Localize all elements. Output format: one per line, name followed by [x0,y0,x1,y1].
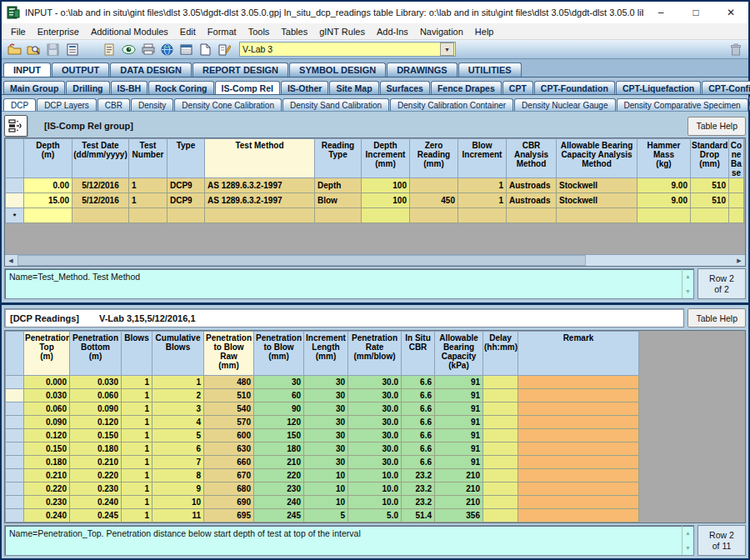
cell[interactable]: 10.0 [348,469,402,482]
cell[interactable]: Austroads [507,178,557,193]
tab-data-design[interactable]: DATA DESIGN [110,62,192,77]
cell[interactable]: 10 [304,482,348,496]
cell[interactable] [168,208,205,223]
cell[interactable]: 240 [254,496,304,509]
cell[interactable]: 680 [204,482,254,496]
save-icon[interactable] [43,41,62,58]
column-header-in-situ[interactable]: In Situ CBR [402,332,435,376]
cell[interactable]: 210 [435,469,483,482]
cell[interactable]: 1 [122,482,152,496]
column-header-penetration[interactable]: Penetration Bottom (m) [70,332,122,376]
column-header-type[interactable]: Type [168,139,205,178]
cell[interactable] [72,208,129,223]
column-header-penetration[interactable]: Penetration to Blow (mm) [254,332,304,376]
cell[interactable]: 6.6 [402,389,435,402]
row-selector[interactable] [6,482,24,496]
sub-tab-density[interactable]: Density [131,98,173,111]
cell[interactable] [729,193,744,208]
cell[interactable] [458,208,507,223]
cell[interactable]: 0.120 [24,429,70,442]
cell[interactable]: 150 [254,429,304,442]
cell[interactable]: 30 [304,456,348,469]
cell[interactable]: 1 [458,178,507,193]
cell[interactable]: 570 [204,416,254,429]
cell[interactable]: 0.210 [70,456,122,469]
group-tab-site-map[interactable]: Site Map [329,81,378,94]
cell[interactable]: 0.00 [24,178,72,193]
cell[interactable]: 0.060 [24,402,70,416]
cell[interactable]: 660 [204,456,254,469]
row-selector[interactable] [6,469,24,482]
data-list-icon[interactable] [177,41,196,58]
cell[interactable] [410,208,458,223]
cell[interactable]: 6.6 [402,442,435,456]
cell[interactable] [362,208,410,223]
cell[interactable]: 6.6 [402,376,435,389]
column-header-co[interactable]: Co ne Ba se [729,139,744,178]
cell[interactable]: 0.180 [24,456,70,469]
cell[interactable]: 0.210 [24,469,70,482]
column-header-allowable-bearing[interactable]: Allowable Bearing Capacity Analysis Meth… [557,139,638,178]
sub-tab-dcp-layers[interactable]: DCP Layers [37,98,97,111]
globe-icon[interactable] [158,41,177,58]
row-selector[interactable] [6,402,24,416]
scrollbar-thumb[interactable] [18,255,586,266]
cell[interactable]: 0.030 [24,389,70,402]
cell[interactable]: 60 [254,389,304,402]
row-selector[interactable] [6,509,24,522]
menu-item-tools[interactable]: Tools [242,26,276,38]
cell[interactable]: 0.220 [24,482,70,496]
cell[interactable]: 30 [304,389,348,402]
cell[interactable]: 210 [254,456,304,469]
group-tab-fence-drapes[interactable]: Fence Drapes [431,81,502,94]
column-header-depth[interactable]: Depth (m) [24,139,72,178]
cell[interactable]: 0.240 [70,496,122,509]
chevron-down-icon[interactable]: ▼ [440,42,454,56]
cell[interactable] [729,208,744,223]
cell[interactable]: AS 1289.6.3.2-1997 [205,178,315,193]
cell[interactable] [518,496,639,509]
cell[interactable] [557,208,638,223]
row-selector[interactable] [6,496,24,509]
cell[interactable] [483,389,518,402]
group-tab-cpt-liquefaction[interactable]: CPT-Liquefaction [616,81,701,94]
cell[interactable]: 30 [304,429,348,442]
cell[interactable]: 10 [304,496,348,509]
cell[interactable]: 630 [204,442,254,456]
group-tab-cpt-foundation[interactable]: CPT-Foundation [534,81,615,94]
column-header-test[interactable]: Test Number [129,139,168,178]
cell[interactable]: 30 [304,376,348,389]
sub-tab-density-comparative-specimen[interactable]: Density Comparative Specimen [617,98,748,111]
cell[interactable] [483,482,518,496]
cell[interactable] [483,429,518,442]
cell[interactable]: 230 [254,482,304,496]
cell[interactable]: 210 [435,482,483,496]
cell[interactable]: 0.090 [70,402,122,416]
column-header-hammer[interactable]: Hammer Mass (kg) [638,139,691,178]
cell[interactable] [518,442,639,456]
maximize-icon[interactable]: □ [678,2,713,23]
group-tab-is-other[interactable]: IS-Other [281,81,328,94]
script-icon[interactable] [100,41,119,58]
cell[interactable] [122,522,152,524]
tab-drawings[interactable]: DRAWINGS [387,62,458,77]
cell[interactable]: 30 [304,402,348,416]
cell[interactable]: 0.030 [70,376,122,389]
row-selector[interactable] [6,429,24,442]
cell[interactable] [435,522,483,524]
cell[interactable]: 695 [204,509,254,522]
menu-item-add-ins[interactable]: Add-Ins [371,26,414,38]
column-header-depth[interactable]: Depth Increment (mm) [362,139,410,178]
cell[interactable]: 30.0 [348,429,402,442]
column-header-penetration[interactable]: Penetration Rate (mm/blow) [348,332,402,376]
cell[interactable] [483,522,518,524]
cell[interactable]: 670 [204,469,254,482]
column-header-test-date[interactable]: Test Date (dd/mm/yyyy) [72,139,129,178]
cell[interactable]: 2 [152,389,204,402]
menu-item-format[interactable]: Format [202,26,242,38]
cell[interactable]: 100 [362,178,410,193]
cell[interactable] [254,522,304,524]
cell[interactable] [691,208,729,223]
edit-document-icon[interactable] [215,41,234,58]
group-tree-icon[interactable] [4,115,28,137]
